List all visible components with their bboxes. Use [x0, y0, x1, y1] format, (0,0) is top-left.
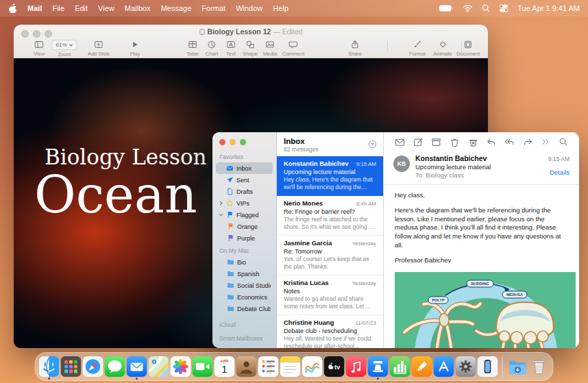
- sidebar-item-bio[interactable]: Bio: [216, 256, 273, 268]
- minimize-button[interactable]: [230, 139, 236, 145]
- dock-calendar[interactable]: APR1: [215, 353, 235, 380]
- toolbar-shape-button[interactable]: Shape: [243, 40, 258, 57]
- dock-system-settings[interactable]: [456, 353, 476, 380]
- compose-button[interactable]: [413, 137, 424, 147]
- toolbar-play-button[interactable]: Play: [130, 40, 140, 57]
- toolbar-view-button[interactable]: View: [34, 40, 45, 57]
- music-icon: [346, 356, 367, 377]
- reply-all-button[interactable]: [504, 137, 515, 147]
- dock-mail[interactable]: [127, 353, 147, 380]
- dock-finder[interactable]: [39, 353, 60, 380]
- filter-button[interactable]: [368, 139, 377, 151]
- dock-freeform[interactable]: [302, 353, 323, 380]
- zoom-window-button[interactable]: [240, 139, 246, 145]
- dock-reminders[interactable]: [258, 353, 279, 380]
- dock-photos[interactable]: [171, 353, 191, 380]
- toolbar-zoom-control[interactable]: 61% Zoom: [51, 40, 77, 58]
- sidebar-section-icloud[interactable]: iCloud: [219, 321, 269, 328]
- dock-trash[interactable]: [529, 353, 550, 380]
- toolbar-comment-button[interactable]: Comment: [282, 40, 305, 57]
- forward-button[interactable]: [523, 137, 533, 147]
- search-icon: [559, 137, 568, 147]
- chevron-right-icon[interactable]: [219, 201, 223, 206]
- dock-launchpad[interactable]: [61, 353, 82, 380]
- dock-facetime[interactable]: [193, 353, 213, 380]
- dock-contacts[interactable]: [236, 353, 257, 380]
- dock-iphone-mirroring[interactable]: [478, 353, 498, 380]
- chevron-down-icon[interactable]: [219, 213, 223, 217]
- sidebar-item-vips[interactable]: VIPs: [216, 197, 273, 209]
- reply-button[interactable]: [486, 137, 496, 147]
- toolbar-text-button[interactable]: Text: [226, 40, 236, 57]
- menu-bar-clock[interactable]: Tue Apr 1 9:41 AM: [517, 4, 580, 12]
- message-row[interactable]: Konstantin Babichev9:15 AM Upcoming lect…: [277, 156, 383, 196]
- menu-item-mail[interactable]: Mail: [27, 4, 42, 12]
- message-row[interactable]: Christine Huang11/07/23 Debate club - re…: [277, 315, 383, 348]
- dock-music[interactable]: [346, 353, 367, 380]
- get-mail-button[interactable]: [395, 137, 405, 147]
- apple-menu-icon[interactable]: [8, 3, 17, 14]
- junk-button[interactable]: [468, 137, 478, 147]
- dock-keynote[interactable]: [368, 353, 389, 380]
- dock-notes[interactable]: [280, 353, 301, 380]
- svg-text:tv: tv: [334, 364, 341, 371]
- toolbar-media-button[interactable]: Media: [263, 40, 277, 57]
- spotlight-search-icon[interactable]: [482, 4, 490, 12]
- dock-messages[interactable]: [105, 353, 125, 380]
- battery-icon[interactable]: [439, 4, 454, 12]
- share-icon: [350, 40, 360, 49]
- dock-maps[interactable]: [149, 353, 169, 380]
- delete-button[interactable]: [450, 137, 460, 147]
- close-button[interactable]: [219, 139, 225, 145]
- dock-pages[interactable]: [412, 353, 432, 380]
- sidebar-item-debate-club[interactable]: Debate Club: [216, 303, 273, 314]
- sidebar-item-sent[interactable]: Sent: [216, 174, 273, 186]
- sidebar-item-purple-flag[interactable]: Purple: [216, 232, 273, 244]
- finder-icon: [39, 356, 60, 377]
- document-icon: [463, 40, 473, 49]
- message-row[interactable]: Kristina LucasYesterday Notes Wanted to …: [277, 275, 383, 315]
- dock-safari[interactable]: [83, 353, 103, 380]
- wifi-icon[interactable]: [463, 4, 473, 12]
- sidebar-item-social-studies[interactable]: Social Studies: [216, 280, 273, 291]
- menu-item-edit[interactable]: Edit: [75, 4, 88, 12]
- sidebar-item-orange-flag[interactable]: Orange: [216, 221, 273, 232]
- toolbar-share-button[interactable]: Share: [348, 40, 362, 57]
- notes-icon: [280, 356, 301, 377]
- toolbar-animate-button[interactable]: Animate: [433, 40, 452, 57]
- dock-numbers[interactable]: [390, 353, 411, 380]
- sidebar-item-flagged[interactable]: Flagged: [216, 209, 273, 221]
- dock-app-store[interactable]: [434, 353, 454, 380]
- sidebar-item-drafts[interactable]: Drafts: [216, 186, 273, 197]
- control-center-icon[interactable]: [499, 4, 509, 12]
- menu-item-view[interactable]: View: [98, 4, 114, 12]
- dock-apple-tv[interactable]: tv: [324, 353, 345, 380]
- message-row[interactable]: Nerio Mones8:49 AM Re: Fringe or barrier…: [277, 196, 383, 236]
- sidebar-item-economics[interactable]: Economics: [216, 291, 273, 303]
- sidebar-section-smart-mailboxes[interactable]: Smart Mailboxes: [219, 335, 269, 342]
- menu-item-mailbox[interactable]: Mailbox: [125, 4, 151, 12]
- details-link[interactable]: Details: [548, 169, 569, 176]
- desktop: Mail File Edit View Mailbox Message Form…: [0, 0, 588, 383]
- menu-item-format[interactable]: Format: [201, 4, 225, 12]
- toolbar-format-button[interactable]: Format: [409, 40, 426, 57]
- menu-item-file[interactable]: File: [52, 4, 64, 12]
- sidebar-item-inbox[interactable]: Inbox: [216, 162, 273, 174]
- folder-icon: [227, 293, 234, 301]
- search-button[interactable]: [559, 137, 568, 147]
- menu-item-message[interactable]: Message: [161, 4, 192, 12]
- more-actions-button[interactable]: [541, 137, 550, 147]
- message-row[interactable]: Jasmine GarciaYesterday Re: Tomorrow Yes…: [277, 236, 383, 275]
- toolbar-add-slide-button[interactable]: Add Slide: [88, 40, 110, 57]
- chevron-down-icon: [69, 44, 73, 47]
- dock-downloads[interactable]: [507, 353, 528, 380]
- sidebar-item-spanish[interactable]: Spanish: [216, 268, 273, 280]
- archive-button[interactable]: [431, 137, 441, 147]
- menu-item-window[interactable]: Window: [236, 4, 262, 12]
- menu-item-help[interactable]: Help: [273, 4, 289, 12]
- toolbar-chart-button[interactable]: Chart: [206, 40, 218, 57]
- toolbar-document-button[interactable]: Document: [456, 40, 480, 57]
- toolbar-table-button[interactable]: Table: [186, 40, 199, 57]
- messages-icon: [105, 356, 125, 377]
- shape-icon: [245, 40, 255, 49]
